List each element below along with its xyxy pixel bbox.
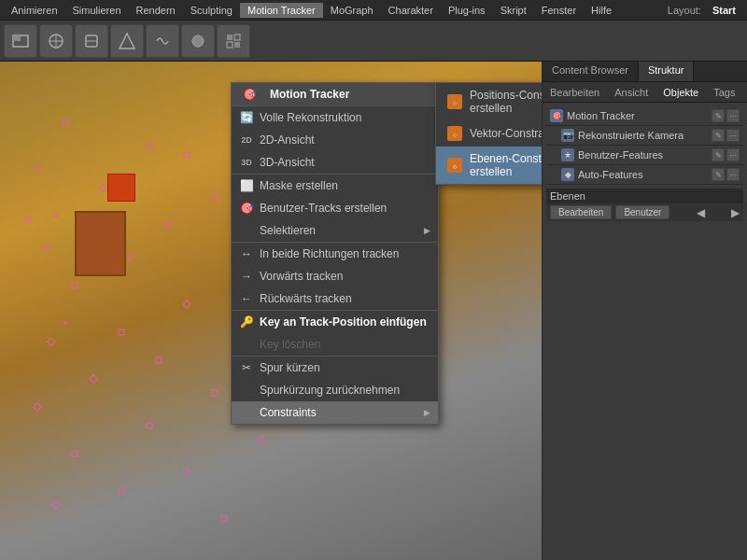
dropdown-item-constraints[interactable]: Constraints: [232, 401, 438, 424]
dropdown-item-spur[interactable]: ✂ Spur kürzen: [232, 356, 438, 379]
layers-benutzer-btn[interactable]: Benutzer: [615, 205, 669, 219]
auto-label: Auto-Features: [578, 169, 643, 180]
af-btn-dots[interactable]: ⋯: [726, 168, 740, 181]
dropdown-item-rekonstruktion[interactable]: 🔄 Volle Rekonstruktion: [232, 105, 438, 129]
constraint-positions[interactable]: ⬦ Positions-Constraint erstellen: [436, 83, 542, 120]
cam-btn-dots[interactable]: ⋯: [726, 129, 740, 142]
vorwaerts-icon: →: [239, 269, 254, 284]
toolbar-btn-4[interactable]: [110, 24, 144, 58]
maske-icon: ⬜: [239, 178, 254, 193]
dropdown-key-loeschen-label: Key löschen: [260, 338, 320, 351]
panel-item-benutzer-features[interactable]: ★ Benutzer-Features ✎ ⋯: [546, 146, 743, 165]
af-btn-edit[interactable]: ✎: [712, 168, 725, 181]
dropdown-item-key-loeschen: Key löschen: [232, 333, 438, 356]
panel-item-motion-tracker[interactable]: 🎯 Motion Tracker ✎ ⋯: [546, 106, 743, 126]
dropdown-key-einfuegen-label: Key an Track-Position einfügen: [260, 315, 427, 329]
dropdown-spurkuerzung-label: Spurkürzung zurücknehmen: [260, 384, 400, 397]
right-panel: Content Browser Struktur Bearbeiten Ansi…: [542, 62, 747, 560]
dropdown-item-key-einfuegen[interactable]: 🔑 Key an Track-Position einfügen: [232, 310, 438, 333]
dropdown-item-rueckwaerts[interactable]: ← Rückwärts tracken: [232, 287, 438, 310]
mt-btn-edit[interactable]: ✎: [712, 109, 725, 122]
vektor-label: Vektor-Constraints erstellen: [470, 127, 542, 140]
dropdown-item-selektieren[interactable]: Selektieren: [232, 219, 438, 242]
menu-mograph[interactable]: MoGraph: [323, 3, 381, 18]
viewport[interactable]: × × 🎯 Motion Tracker 🔄 Volle Rekonstrukt…: [0, 62, 542, 560]
layers-header: Ebenen: [546, 189, 743, 203]
key-einfuegen-icon: 🔑: [239, 315, 254, 329]
cam-btn-edit[interactable]: ✎: [712, 129, 725, 142]
dropdown-header-icon: 🎯: [243, 88, 257, 101]
sub-tab-objekte[interactable]: Objekte: [659, 85, 702, 100]
dropdown-beide-label: In beide Richtungen tracken: [260, 247, 399, 260]
sub-tab-ansicht[interactable]: Ansicht: [611, 85, 652, 100]
menu-rendern[interactable]: Rendern: [129, 3, 183, 18]
layers-title: Ebenen: [550, 190, 585, 202]
menu-sculpting[interactable]: Sculpting: [183, 3, 240, 18]
svg-point-8: [192, 35, 204, 47]
toolbar-btn-5[interactable]: [146, 24, 179, 58]
ebenen-icon: ⬦: [447, 158, 462, 173]
dropdown-item-maske[interactable]: ⬜ Maske erstellen: [232, 174, 438, 197]
panel-item-auto-features[interactable]: ◆ Auto-Features ✎ ⋯: [546, 165, 743, 185]
menu-charakter[interactable]: Charakter: [381, 3, 441, 18]
layers-bearbeiten-btn[interactable]: Bearbeiten: [550, 205, 612, 219]
main-layout: × × 🎯 Motion Tracker 🔄 Volle Rekonstrukt…: [0, 62, 747, 560]
dropdown-item-spurkuerzung[interactable]: Spurkürzung zurücknehmen: [232, 379, 438, 401]
panel-sub-tabs: Bearbeiten Ansicht Objekte Tags Lesezeic…: [543, 82, 747, 103]
panel-tabs: Content Browser Struktur: [543, 62, 747, 82]
2d-icon: 2D: [239, 133, 254, 147]
menu-motion-tracker[interactable]: Motion Tracker: [240, 3, 323, 18]
toolbar-btn-2[interactable]: [39, 24, 73, 58]
tab-content-browser[interactable]: Content Browser: [543, 62, 639, 81]
sub-tab-tags[interactable]: Tags: [710, 85, 739, 100]
dropdown-rueckwaerts-label: Rückwärts tracken: [260, 292, 352, 305]
constraint-vektor[interactable]: ⬦ Vektor-Constraints erstellen: [436, 120, 542, 147]
menu-skript[interactable]: Skript: [493, 3, 534, 18]
menu-hilfe[interactable]: Hilfe: [584, 3, 619, 18]
toolbar-btn-7[interactable]: [217, 24, 250, 58]
positions-icon: ⬦: [447, 94, 462, 109]
toolbar-btn-1[interactable]: [4, 24, 37, 58]
panel-content: 🎯 Motion Tracker ✎ ⋯ 📷 Rekonstruierte Ka…: [543, 103, 747, 560]
layers-arrow-right[interactable]: ▶: [731, 206, 740, 219]
auto-controls: ✎ ⋯: [712, 168, 740, 181]
menu-bar: Animieren Simulieren Rendern Sculpting M…: [0, 0, 747, 21]
menu-simulieren[interactable]: Simulieren: [65, 3, 129, 18]
layout-selector[interactable]: Start: [705, 3, 743, 18]
svg-rect-1: [13, 35, 21, 41]
benutzer-icon: ★: [561, 148, 574, 161]
menu-animieren[interactable]: Animieren: [4, 3, 65, 18]
layers-section: Ebenen Bearbeiten Benutzer ◀ ▶: [546, 189, 743, 221]
panel-item-camera[interactable]: 📷 Rekonstruierte Kamera ✎ ⋯: [546, 126, 743, 146]
svg-rect-12: [234, 42, 240, 48]
dropdown-header[interactable]: 🎯 Motion Tracker: [232, 83, 438, 105]
dropdown-item-2d[interactable]: 2D 2D-Ansicht: [232, 129, 438, 151]
benutzer-controls: ✎ ⋯: [712, 148, 740, 161]
dropdown-item-3d[interactable]: 3D 3D-Ansicht: [232, 151, 438, 174]
dropdown-menu: 🎯 Motion Tracker 🔄 Volle Rekonstruktion …: [231, 82, 439, 425]
camera-controls: ✎ ⋯: [712, 129, 740, 142]
dropdown-item-vorwaerts[interactable]: → Vorwärts tracken: [232, 265, 438, 287]
menu-fenster[interactable]: Fenster: [534, 3, 584, 18]
3d-icon: 3D: [239, 155, 254, 170]
sub-tab-bearbeiten[interactable]: Bearbeiten: [546, 85, 603, 100]
dropdown-item-beide[interactable]: ↔ In beide Richtungen tracken: [232, 242, 438, 265]
toolbar-btn-3[interactable]: [75, 24, 108, 58]
bf-btn-edit[interactable]: ✎: [712, 148, 725, 161]
toolbar-btn-6[interactable]: [181, 24, 215, 58]
benutzer-label: Benutzer-Features: [578, 149, 663, 161]
dropdown-item-tracks[interactable]: 🎯 Benutzer-Tracks erstellen: [232, 197, 438, 219]
camera-label: Rekonstruierte Kamera: [578, 130, 684, 141]
bf-btn-dots[interactable]: ⋯: [726, 148, 740, 161]
tab-struktur[interactable]: Struktur: [639, 62, 695, 81]
motion-tracker-label: Motion Tracker: [567, 110, 635, 121]
dropdown-2d-label: 2D-Ansicht: [260, 133, 315, 147]
dropdown-maske-label: Maske erstellen: [260, 179, 338, 192]
ebenen-label: Ebenen-Constraints erstellen: [470, 152, 542, 178]
constraint-ebenen[interactable]: ⬦ Ebenen-Constraints erstellen: [436, 147, 542, 184]
auto-icon: ◆: [561, 168, 574, 181]
menu-plug-ins[interactable]: Plug-ins: [441, 3, 493, 18]
mt-btn-dots[interactable]: ⋯: [726, 109, 740, 122]
dropdown-vorwaerts-label: Vorwärts tracken: [260, 270, 343, 283]
layers-arrow-left[interactable]: ◀: [697, 206, 705, 219]
